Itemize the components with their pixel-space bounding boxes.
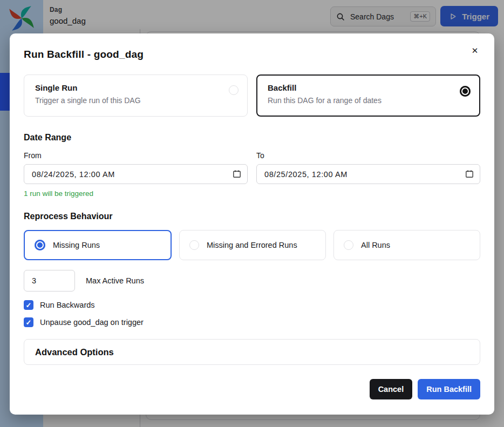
- checkbox-checked-icon[interactable]: ✓: [24, 300, 33, 310]
- dialog-footer: Cancel Run Backfill: [24, 379, 480, 399]
- checkbox-checked-icon[interactable]: ✓: [24, 317, 33, 327]
- run-backfill-button[interactable]: Run Backfill: [418, 379, 480, 399]
- option-label: Missing Runs: [53, 241, 100, 249]
- run-type-description: Trigger a single run of this DAG: [35, 96, 236, 105]
- close-icon[interactable]: ✕: [467, 43, 482, 58]
- from-date-input[interactable]: [24, 164, 248, 184]
- reprocess-options-group: Missing Runs Missing and Errored Runs Al…: [24, 230, 480, 260]
- run-type-group: Single Run Trigger a single run of this …: [24, 74, 480, 117]
- checkbox-label: Unpause good_dag on trigger: [40, 318, 144, 327]
- unpause-dag-checkbox-row[interactable]: ✓ Unpause good_dag on trigger: [24, 317, 480, 327]
- run-type-backfill[interactable]: Backfill Run this DAG for a range of dat…: [256, 74, 480, 117]
- radio-unselected-icon[interactable]: [229, 85, 239, 95]
- to-label: To: [256, 151, 480, 160]
- max-active-runs-label: Max Active Runs: [86, 276, 144, 285]
- option-missing-and-errored-runs[interactable]: Missing and Errored Runs: [179, 230, 326, 260]
- run-type-description: Run this DAG for a range of dates: [268, 96, 469, 105]
- radio-unselected-icon[interactable]: [344, 240, 353, 250]
- max-active-runs-row: Max Active Runs: [24, 270, 480, 292]
- run-type-single-run[interactable]: Single Run Trigger a single run of this …: [24, 74, 248, 117]
- max-active-runs-input[interactable]: [24, 270, 75, 292]
- option-label: Missing and Errored Runs: [207, 241, 297, 249]
- to-date-input[interactable]: [256, 164, 480, 184]
- reprocess-behaviour-heading: Reprocess Behaviour: [24, 212, 480, 221]
- from-label: From: [24, 151, 248, 160]
- radio-selected-icon[interactable]: [35, 240, 45, 250]
- run-backwards-checkbox-row[interactable]: ✓ Run Backwards: [24, 300, 480, 310]
- date-range-fields: From To: [24, 143, 480, 184]
- option-label: All Runs: [361, 241, 390, 249]
- runs-triggered-message: 1 run will be triggered: [24, 189, 480, 198]
- advanced-options-accordion[interactable]: Advanced Options: [24, 339, 480, 365]
- advanced-options-label: Advanced Options: [35, 347, 114, 357]
- checkbox-label: Run Backwards: [40, 301, 95, 309]
- option-missing-runs[interactable]: Missing Runs: [24, 230, 172, 260]
- run-backfill-dialog: Run Backfill - good_dag ✕ Single Run Tri…: [10, 33, 494, 415]
- radio-unselected-icon[interactable]: [189, 240, 199, 250]
- run-type-title: Single Run: [35, 83, 236, 92]
- run-type-title: Backfill: [268, 83, 469, 92]
- option-all-runs[interactable]: All Runs: [333, 230, 480, 260]
- date-range-heading: Date Range: [24, 133, 480, 143]
- radio-selected-icon[interactable]: [460, 86, 471, 97]
- dialog-title: Run Backfill - good_dag: [24, 49, 480, 60]
- cancel-button[interactable]: Cancel: [370, 379, 413, 399]
